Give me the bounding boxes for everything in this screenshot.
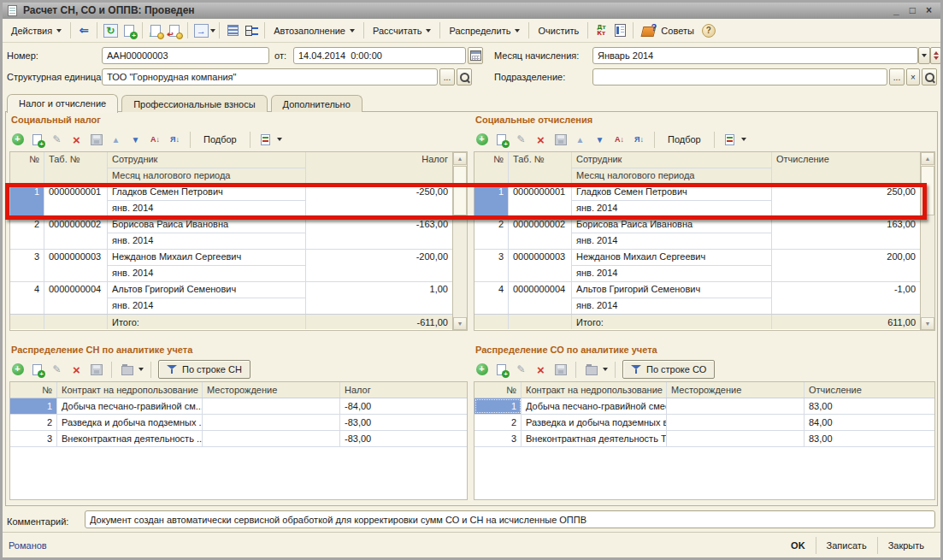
edit-row-button[interactable]: ✎ — [49, 362, 65, 378]
row-num-cell[interactable]: 1 — [10, 398, 57, 414]
folder-menu-button[interactable] — [583, 362, 599, 378]
sort-desc-button[interactable]: Я↓ — [167, 132, 183, 148]
amount-cell[interactable]: -200,00 — [306, 250, 452, 281]
contract-cell[interactable]: Внеконтрактная деятельность Т... — [522, 431, 667, 446]
contract-cell[interactable]: Добыча песчано-гравийной см... — [57, 398, 203, 414]
add-row-button[interactable]: + — [474, 132, 490, 148]
tips-button[interactable]: ?Советы — [637, 21, 698, 40]
contract-cell[interactable]: Внеконтрактная деятельность ... — [57, 431, 203, 446]
copy-row-button[interactable]: + — [493, 132, 510, 148]
write-button[interactable]: Записать — [816, 537, 877, 554]
add-row-button[interactable]: + — [474, 362, 490, 378]
employee-cell[interactable]: Гладков Семен Петровичянв. 2014 — [572, 185, 772, 216]
col-field[interactable]: Месторождение — [203, 382, 340, 398]
row-num-cell[interactable]: 2 — [474, 415, 522, 430]
import-button[interactable]: ↓ — [146, 21, 165, 40]
tab-number-cell[interactable]: 0000000003 — [509, 250, 572, 281]
col-amount[interactable]: Налог — [306, 152, 452, 184]
org-search-button[interactable] — [457, 68, 472, 85]
contract-cell[interactable]: Разведка и добыча подземных ... — [57, 415, 203, 430]
number-field[interactable] — [102, 47, 269, 64]
chevron-down-icon[interactable] — [210, 29, 215, 32]
autofill-button[interactable]: Автозаполнение — [268, 22, 360, 39]
help-button[interactable]: ? — [699, 21, 718, 40]
table-row[interactable]: 1 Добыча песчано-гравийной смеси 83,00 — [474, 398, 934, 415]
col-employee[interactable]: СотрудникМесяц налогового периода — [572, 152, 772, 184]
amount-cell[interactable]: -250,00 — [306, 185, 452, 216]
scroll-thumb[interactable] — [921, 166, 934, 215]
fill-by-so-row-button[interactable]: По строке СО — [622, 360, 715, 379]
col-tab[interactable]: Таб. № — [509, 152, 572, 184]
org-ellipsis-button[interactable]: ... — [439, 68, 455, 85]
table-row[interactable]: 3 0000000003 Нежданов Михаил Сергеевичян… — [10, 250, 452, 282]
col-field[interactable]: Месторождение — [667, 382, 804, 398]
col-amount[interactable]: Отчисление — [772, 152, 920, 184]
field-cell[interactable] — [203, 415, 340, 430]
maximize-button[interactable]: □ — [910, 4, 916, 16]
sort-asc-button[interactable]: А↓ — [611, 132, 628, 148]
employee-cell[interactable]: Нежданов Михаил Сергеевичянв. 2014 — [108, 250, 306, 281]
scrollbar[interactable]: ▲ ▼ — [452, 152, 467, 330]
sort-asc-button[interactable]: А↓ — [147, 132, 163, 148]
field-cell[interactable] — [667, 431, 804, 446]
tab-number-cell[interactable]: 0000000002 — [44, 217, 108, 249]
field-cell[interactable] — [203, 398, 340, 414]
distribute-button[interactable]: Распределить — [444, 22, 525, 39]
table-row[interactable]: 2 Разведка и добыча подземных в... 84,00 — [474, 415, 934, 431]
list-rows-button[interactable] — [223, 21, 242, 40]
table-row[interactable]: 4 0000000004 Альтов Григорий Семеновичян… — [10, 282, 452, 315]
table-row[interactable]: 1 Добыча песчано-гравийной см... -84,00 — [10, 398, 467, 415]
dt-kt-button[interactable]: ДтКт — [592, 21, 610, 40]
folder-menu-button[interactable] — [119, 362, 135, 378]
amount-cell[interactable]: -163,00 — [306, 217, 452, 249]
table-row[interactable]: 1 0000000001 Гладков Семен Петровичянв. … — [10, 185, 452, 217]
amount-cell[interactable]: 1,00 — [306, 282, 452, 314]
table-row[interactable]: 4 0000000004 Альтов Григорий Семеновичян… — [474, 282, 920, 315]
clear-button[interactable]: Очистить — [533, 22, 584, 39]
employee-cell[interactable]: Нежданов Михаил Сергеевичянв. 2014 — [572, 250, 772, 281]
comment-field[interactable] — [85, 510, 935, 528]
copy-row-button[interactable]: + — [29, 362, 45, 378]
print-menu-button[interactable] — [722, 132, 738, 148]
table-row[interactable]: 2 0000000002 Борисова Раиса Ивановнаянв.… — [474, 217, 920, 250]
sort-desc-button[interactable]: Я↓ — [631, 132, 647, 148]
department-search-button[interactable] — [922, 68, 937, 85]
chevron-down-icon[interactable] — [741, 138, 746, 141]
field-cell[interactable] — [203, 431, 340, 446]
delete-row-button[interactable]: × — [533, 362, 549, 378]
amount-cell[interactable]: 83,00 — [804, 431, 934, 446]
table-row[interactable]: 2 0000000002 Борисова Раиса Ивановнаянв.… — [10, 217, 452, 250]
end-edit-button[interactable] — [88, 132, 104, 148]
row-num-cell[interactable]: 2 — [10, 217, 44, 249]
month-dropdown-button[interactable] — [918, 47, 930, 64]
row-num-cell[interactable]: 3 — [10, 250, 44, 281]
table-row[interactable]: 2 Разведка и добыча подземных ... -83,00 — [10, 415, 467, 431]
row-num-cell[interactable]: 3 — [474, 431, 522, 446]
scroll-down-button[interactable]: ▼ — [453, 317, 467, 330]
employee-cell[interactable]: Альтов Григорий Семеновичянв. 2014 — [572, 282, 772, 314]
end-edit-button[interactable] — [552, 132, 569, 148]
contract-cell[interactable]: Разведка и добыча подземных в... — [522, 415, 667, 430]
row-num-cell[interactable]: 4 — [10, 282, 44, 314]
amount-cell[interactable]: 250,00 — [772, 185, 920, 216]
contract-cell[interactable]: Добыча песчано-гравийной смеси — [522, 398, 667, 414]
table-row[interactable]: 3 Внеконтрактная деятельность Т... 83,00 — [474, 431, 934, 447]
col-contract[interactable]: Контракт на недропользование — [522, 382, 667, 398]
delete-row-button[interactable]: × — [68, 362, 85, 378]
move-up-button[interactable]: ▲ — [108, 132, 124, 148]
employee-cell[interactable]: Гладков Семен Петровичянв. 2014 — [108, 185, 306, 216]
actions-button[interactable]: Действия — [6, 22, 67, 39]
add-row-button[interactable]: + — [9, 132, 26, 148]
amount-cell[interactable]: 163,00 — [772, 217, 920, 249]
chevron-down-icon[interactable] — [139, 368, 144, 371]
col-num[interactable]: № — [10, 382, 57, 398]
tab-number-cell[interactable]: 0000000004 — [509, 282, 572, 314]
refresh-button[interactable]: ↻ — [101, 21, 120, 40]
col-tab[interactable]: Таб. № — [44, 152, 108, 184]
scroll-up-button[interactable]: ▲ — [453, 152, 467, 165]
amount-cell[interactable]: 83,00 — [804, 398, 934, 414]
amount-cell[interactable]: -1,00 — [772, 282, 920, 314]
amount-cell[interactable]: -83,00 — [340, 415, 467, 430]
fill-by-sn-row-button[interactable]: По строке СН — [158, 360, 250, 379]
add-row-button[interactable]: + — [9, 362, 26, 378]
